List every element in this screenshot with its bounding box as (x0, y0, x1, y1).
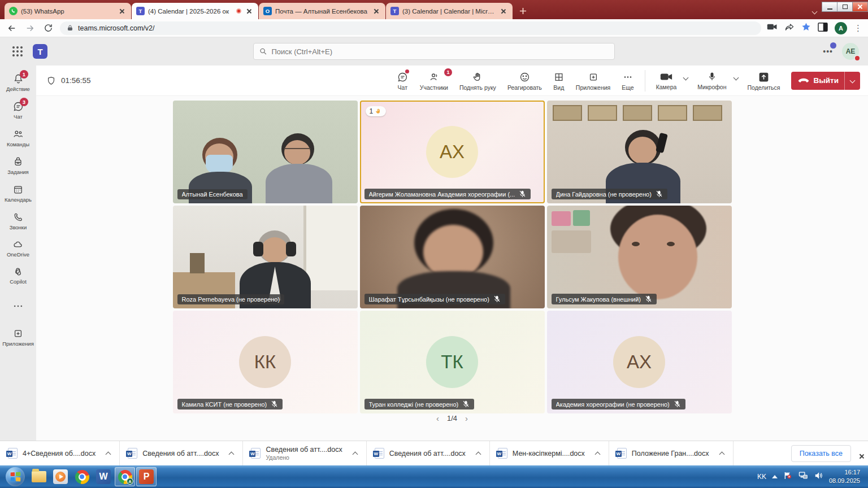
participant-tile[interactable]: АХ Академия хореографии (не проверено) (547, 311, 732, 413)
download-item[interactable]: W Сведения об атт....docx (367, 441, 490, 465)
download-options-chevron-icon[interactable] (714, 448, 724, 459)
taskbar-explorer-button[interactable] (29, 467, 49, 486)
calendar-icon (12, 184, 24, 195)
microphone-options-chevron-icon[interactable] (733, 75, 739, 81)
tab-close-icon[interactable] (118, 7, 127, 16)
teams-more-options-icon[interactable]: ••• (823, 47, 833, 56)
hidden-icons-chevron-icon[interactable] (772, 475, 778, 478)
sidebar-item-more[interactable] (0, 298, 36, 315)
microphone-button[interactable]: Микрофон (692, 69, 731, 91)
browser-address-bar: teams.microsoft.com/v2/ A ⋮ (0, 19, 868, 37)
browser-profile-avatar[interactable]: A (835, 22, 847, 34)
outlook-icon: O (263, 7, 272, 15)
participants-badge: 1 (444, 68, 452, 76)
teams-icon: T (136, 7, 145, 15)
sidebar-item-assignments[interactable]: Задания (0, 152, 36, 180)
participants-button[interactable]: Участники 1 (415, 69, 453, 92)
participant-tile[interactable]: Гульсум Жакупова (внешний) (547, 206, 732, 308)
download-item[interactable]: W Сведения об атт....docx (120, 441, 243, 465)
window-close-button[interactable] (852, 2, 868, 12)
raise-hand-button[interactable]: Поднять руку (454, 69, 501, 92)
new-tab-button[interactable] (515, 3, 530, 18)
tab-search-chevron-icon[interactable] (813, 6, 817, 16)
tab-close-icon[interactable] (372, 7, 381, 16)
page-next-icon[interactable]: › (465, 413, 468, 423)
download-options-chevron-icon[interactable] (348, 448, 357, 459)
teams-profile-avatar[interactable]: AE (842, 43, 859, 60)
download-options-chevron-icon[interactable] (590, 448, 600, 459)
sidebar-item-calendar[interactable]: Календарь (0, 180, 36, 207)
sidebar-item-calls[interactable]: Звонки (0, 207, 36, 235)
busy-status-icon (854, 55, 861, 62)
download-item[interactable]: W 4+Сведения об....docx (0, 441, 120, 465)
show-all-downloads-button[interactable]: Показать все (791, 445, 851, 462)
powerpoint-icon: P (139, 469, 154, 484)
more-actions-button[interactable]: Еще (617, 69, 639, 92)
view-button[interactable]: Вид (548, 69, 570, 92)
network-icon[interactable] (798, 471, 808, 482)
tab-close-icon[interactable] (499, 7, 508, 16)
sidebar-item-apps[interactable]: Приложения (0, 324, 36, 351)
leave-options-chevron-icon[interactable] (845, 72, 860, 90)
search-bar[interactable] (253, 43, 615, 60)
volume-icon[interactable] (814, 471, 823, 482)
participant-tile[interactable]: Roza Pernebayeva (не проверено) (173, 206, 358, 308)
side-panel-icon[interactable] (818, 23, 828, 34)
sidebar-item-copilot[interactable]: Copilot (0, 262, 36, 289)
tab-teams-calendar[interactable]: T (3) Calendar | Calendar | Microso (386, 3, 513, 19)
taskbar-word-button[interactable]: W (93, 467, 114, 486)
leave-button[interactable]: Выйти (791, 72, 861, 90)
taskbar-powerpoint-button[interactable]: P (136, 467, 157, 486)
taskbar-clock[interactable]: 16:17 08.09.2025 (829, 468, 860, 485)
share-page-icon[interactable] (784, 23, 795, 34)
page-previous-icon[interactable]: ‹ (436, 413, 439, 423)
window-minimize-button[interactable] (822, 2, 837, 12)
bookmark-star-icon[interactable] (801, 22, 811, 34)
participant-tile[interactable]: Дина Гайдаровна (не проверено) (547, 101, 732, 203)
sidebar-item-chat[interactable]: Чат 3 (0, 97, 36, 124)
participant-tile[interactable]: Шарафат Тұрсынбайқызы (не проверено) (360, 206, 545, 308)
action-center-flag-icon[interactable] (783, 471, 792, 482)
taskbar-media-player-button[interactable] (50, 467, 71, 486)
back-icon[interactable] (6, 22, 18, 34)
tab-teams-meeting[interactable]: T (4) Calendar | 2025-2026 ок (132, 3, 258, 19)
taskbar-chrome-button[interactable] (72, 467, 92, 486)
participant-tile[interactable]: Алтынай Есенбекова (173, 101, 358, 203)
window-restore-button[interactable] (837, 2, 853, 12)
download-options-chevron-icon[interactable] (101, 448, 110, 459)
download-item[interactable]: W Мен-кәсіпкермі....docx (490, 441, 609, 465)
chat-button[interactable]: Чат (392, 69, 414, 92)
reload-icon[interactable] (42, 22, 54, 34)
tab-label: Почта — Алтынай Есенбекова (275, 8, 368, 15)
sidebar-item-activity[interactable]: Действие 1 (0, 69, 36, 97)
camera-button[interactable]: Камера (651, 69, 682, 91)
forward-icon[interactable] (24, 22, 36, 34)
tab-whatsapp[interactable]: (53) WhatsApp (5, 3, 131, 19)
download-item[interactable]: W Сведения об атт....docx Удалено (243, 441, 366, 465)
react-button[interactable]: Реагировать (502, 69, 547, 92)
download-options-chevron-icon[interactable] (471, 448, 480, 459)
share-button[interactable]: Поделиться (743, 69, 785, 92)
tab-label: (3) Calendar | Calendar | Microso (402, 8, 496, 15)
camera-options-chevron-icon[interactable] (683, 75, 689, 81)
url-bar[interactable]: teams.microsoft.com/v2/ (60, 21, 761, 35)
camera-icon (659, 71, 673, 82)
taskbar-chrome-active-button[interactable]: A (115, 467, 135, 486)
search-input[interactable] (272, 47, 609, 56)
app-launcher-icon[interactable] (12, 46, 23, 56)
browser-menu-icon[interactable]: ⋮ (854, 23, 862, 33)
participant-name: Roza Pernebayeva (не проверено) (182, 296, 280, 303)
camera-permission-icon[interactable] (767, 23, 778, 33)
download-item[interactable]: W Положение Гран....docx (609, 441, 734, 465)
sidebar-item-onedrive[interactable]: OneDrive (0, 235, 36, 262)
start-button[interactable] (6, 467, 25, 486)
download-options-chevron-icon[interactable] (224, 448, 233, 459)
tab-close-icon[interactable] (245, 7, 254, 16)
sidebar-item-teams[interactable]: Команды (0, 124, 36, 152)
language-indicator[interactable]: KK (757, 473, 766, 481)
participant-tile[interactable]: КК Камила КСИТ (не проверено) (173, 311, 358, 413)
tab-outlook-mail[interactable]: O Почта — Алтынай Есенбекова (259, 3, 385, 19)
participant-tile[interactable]: 1 АХ Айгерим Жоламановна Академия хореог… (360, 101, 545, 203)
apps-button[interactable]: Приложения (571, 69, 615, 92)
participant-tile[interactable]: ТК Туран колледжі (не проверено) (360, 311, 545, 413)
